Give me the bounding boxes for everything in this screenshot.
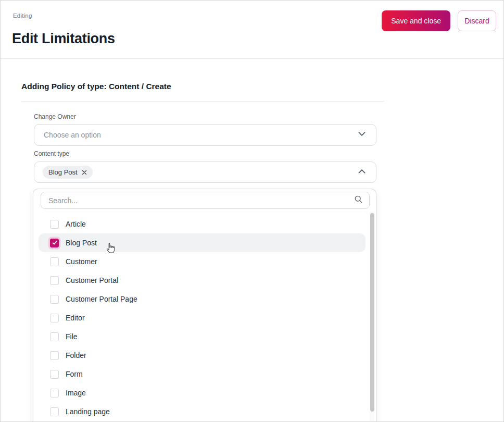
chevron-down-icon: [357, 129, 367, 141]
option-row-customer-portal[interactable]: Customer Portal: [39, 271, 366, 290]
option-label: Landing page: [66, 407, 110, 416]
checkbox-unchecked[interactable]: [50, 407, 59, 416]
option-label: File: [66, 332, 78, 341]
change-owner-label: Change Owner: [34, 113, 76, 120]
option-row-landing-page[interactable]: Landing page: [39, 402, 366, 421]
option-label: Article: [66, 220, 86, 228]
breadcrumb-editing: Editing: [13, 13, 32, 19]
dropdown-search-box: [41, 192, 370, 209]
option-row-article[interactable]: Article: [39, 215, 366, 233]
option-label: Editor: [66, 314, 85, 322]
option-row-file[interactable]: File: [39, 327, 366, 346]
option-row-folder[interactable]: Folder: [39, 346, 366, 365]
checkbox-unchecked[interactable]: [50, 314, 59, 322]
checkbox-checked[interactable]: [50, 239, 59, 247]
option-label: Customer: [66, 257, 97, 266]
change-owner-placeholder: Choose an option: [44, 131, 101, 139]
chip-label: Blog Post: [48, 168, 78, 176]
option-row-editor[interactable]: Editor: [39, 308, 366, 327]
checkbox-unchecked[interactable]: [50, 257, 59, 266]
section-divider: [21, 101, 384, 102]
option-label: Folder: [66, 351, 86, 359]
option-row-blog-post[interactable]: Blog Post: [39, 233, 366, 252]
checkbox-unchecked[interactable]: [50, 220, 59, 229]
option-row-form[interactable]: Form: [39, 365, 366, 383]
content-type-dropdown-panel: ArticleBlog PostCustomerCustomer PortalC…: [33, 189, 376, 422]
checkbox-unchecked[interactable]: [50, 389, 59, 398]
discard-button[interactable]: Discard: [458, 10, 496, 31]
dropdown-scrollbar-thumb[interactable]: [370, 213, 374, 412]
chevron-up-icon: [357, 167, 367, 178]
search-icon: [354, 195, 363, 206]
edit-limitations-page: Editing Edit Limitations Save and close …: [0, 0, 504, 422]
search-input[interactable]: [48, 196, 354, 205]
checkbox-unchecked[interactable]: [50, 370, 59, 379]
option-label: Image: [66, 389, 86, 397]
close-icon[interactable]: [82, 170, 87, 175]
page-title: Edit Limitations: [12, 31, 115, 47]
checkbox-unchecked[interactable]: [50, 332, 59, 341]
option-row-image[interactable]: Image: [39, 383, 366, 402]
option-row-customer[interactable]: Customer: [39, 252, 366, 271]
page-header: Editing Edit Limitations Save and close …: [1, 1, 503, 59]
option-label: Form: [66, 370, 83, 378]
checkbox-unchecked[interactable]: [50, 276, 59, 285]
section-title: Adding Policy of type: Content / Create: [21, 82, 171, 91]
option-row-customer-portal-page[interactable]: Customer Portal Page: [39, 290, 366, 308]
checkbox-unchecked[interactable]: [50, 295, 59, 304]
selected-chip-blog-post: Blog Post: [43, 166, 93, 179]
content-type-select[interactable]: Blog Post: [34, 162, 376, 183]
save-and-close-button[interactable]: Save and close: [382, 10, 450, 31]
check-icon: [52, 240, 58, 246]
content-type-label: Content type: [34, 150, 69, 157]
option-label: Customer Portal Page: [66, 295, 137, 303]
option-label: Blog Post: [66, 239, 97, 247]
checkbox-unchecked[interactable]: [50, 351, 59, 360]
option-label: Customer Portal: [66, 276, 118, 284]
change-owner-select[interactable]: Choose an option: [34, 124, 376, 146]
